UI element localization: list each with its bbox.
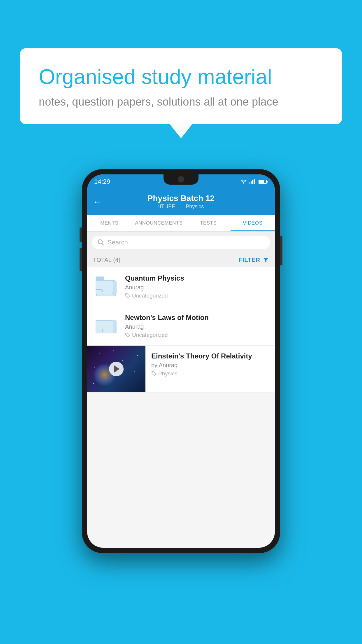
phone-camera <box>178 176 184 183</box>
folder-thumbnail-1 <box>93 273 119 300</box>
header-center: Physics Batch 12 IIT JEE Physics <box>147 194 215 210</box>
filter-button[interactable]: FILTER <box>238 257 269 263</box>
status-icons <box>240 179 267 184</box>
phone-notch <box>164 174 198 185</box>
video-list: Quantum Physics Anurag Uncategorized <box>87 267 275 393</box>
filter-funnel-icon <box>263 257 269 263</box>
phone-power-button <box>280 236 282 265</box>
svg-rect-1 <box>251 181 252 184</box>
tab-tests[interactable]: TESTS <box>186 215 231 231</box>
wifi-icon <box>240 179 247 184</box>
phone-screen: 14:29 <box>87 174 275 548</box>
svg-point-7 <box>126 334 127 334</box>
video-tag-2: Uncategorized <box>125 332 269 338</box>
svg-rect-2 <box>252 180 253 184</box>
list-item[interactable]: Newton's Laws of Motion Anurag Uncategor… <box>87 306 275 346</box>
video-title-1: Quantum Physics <box>125 274 269 282</box>
svg-rect-3 <box>254 179 255 184</box>
svg-rect-0 <box>249 182 250 184</box>
back-button[interactable]: ← <box>93 197 102 206</box>
phone-mockup: 14:29 <box>82 169 280 553</box>
svg-point-6 <box>126 294 127 295</box>
bubble-title: Organised study material <box>39 64 323 89</box>
video-info-1: Quantum Physics Anurag Uncategorized <box>125 274 269 299</box>
play-button-3[interactable] <box>109 362 124 376</box>
phone-volume-down-button <box>80 248 82 271</box>
list-item[interactable]: Quantum Physics Anurag Uncategorized <box>87 267 275 306</box>
tag-label-2: Uncategorized <box>132 332 168 338</box>
battery-icon <box>259 180 267 184</box>
status-time: 14:29 <box>94 178 110 186</box>
search-input-placeholder[interactable]: Search <box>108 239 128 246</box>
video-info-3: Einstein's Theory Of Relativity by Anura… <box>145 346 269 383</box>
video-tag-1: Uncategorized <box>125 293 269 299</box>
video-tag-3: Physics <box>151 370 269 377</box>
phone-volume-up-button <box>80 228 82 242</box>
header-title: Physics Batch 12 <box>147 194 215 203</box>
header-subtitle-physics: Physics <box>186 204 204 209</box>
phone-outer: 14:29 <box>82 169 280 553</box>
svg-point-8 <box>152 372 153 373</box>
play-triangle-icon <box>114 365 120 372</box>
video-author-3: by Anurag <box>151 362 269 369</box>
header-subtitle-iitjee: IIT JEE <box>158 204 175 209</box>
app-header: ← Physics Batch 12 IIT JEE Physics <box>87 189 275 215</box>
bubble-subtitle: notes, question papers, solutions all at… <box>39 96 323 108</box>
search-icon <box>98 239 104 246</box>
total-count-label: TOTAL (4) <box>93 257 121 263</box>
list-item[interactable]: Einstein's Theory Of Relativity by Anura… <box>87 346 275 393</box>
speech-bubble-wrapper: Organised study material notes, question… <box>20 48 342 124</box>
tag-label-1: Uncategorized <box>132 293 168 299</box>
search-bar[interactable]: Search <box>92 236 270 249</box>
tab-announcements[interactable]: ANNOUNCEMENTS <box>131 215 186 231</box>
svg-line-5 <box>102 243 103 245</box>
video-author-1: Anurag <box>125 284 269 291</box>
folder-thumbnail-2 <box>93 313 119 339</box>
signal-icon <box>249 179 255 184</box>
video-title-2: Newton's Laws of Motion <box>125 314 269 322</box>
header-subtitle: IIT JEE Physics <box>147 204 215 210</box>
filter-label: FILTER <box>238 257 260 263</box>
tag-icon-2 <box>125 332 130 338</box>
tag-icon-1 <box>125 293 130 298</box>
video-thumbnail-3 <box>87 346 145 392</box>
tabs-bar: MENTS ANNOUNCEMENTS TESTS VIDEOS <box>87 215 275 232</box>
search-bar-wrapper: Search <box>87 232 275 253</box>
filter-row: TOTAL (4) FILTER <box>87 253 275 267</box>
video-info-2: Newton's Laws of Motion Anurag Uncategor… <box>125 314 269 338</box>
tag-icon-3 <box>151 371 157 376</box>
video-author-2: Anurag <box>125 323 269 330</box>
tag-label-3: Physics <box>158 370 177 377</box>
speech-bubble: Organised study material notes, question… <box>20 48 342 124</box>
video-title-3: Einstein's Theory Of Relativity <box>151 352 269 360</box>
tab-videos[interactable]: VIDEOS <box>231 215 275 231</box>
tab-ments[interactable]: MENTS <box>87 215 131 231</box>
